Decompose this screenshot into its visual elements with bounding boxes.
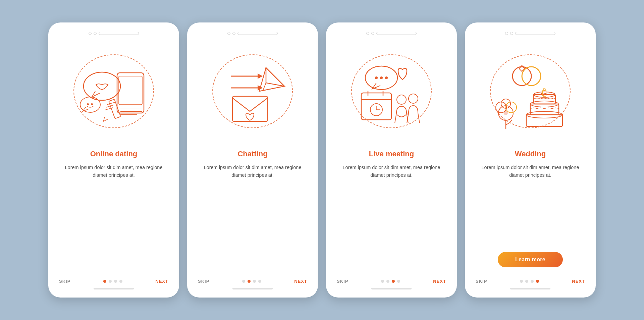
- top-dot-3: [227, 32, 230, 35]
- dot-3: [114, 280, 117, 283]
- top-dot-2: [94, 32, 97, 35]
- dot-11-active: [392, 280, 395, 283]
- top-dot-1: [89, 32, 92, 35]
- card-title-online-dating: Online dating: [90, 150, 138, 158]
- card-body-live-meeting: Lorem ipsum dolor sit dim amet, mea regi…: [337, 164, 446, 179]
- dot-8: [258, 280, 261, 283]
- next-button-4[interactable]: NEXT: [572, 279, 585, 284]
- card-title-live-meeting: Live meeting: [369, 150, 414, 158]
- dot-12: [397, 280, 400, 283]
- top-line: [99, 32, 139, 35]
- card-title-wedding: Wedding: [515, 150, 546, 158]
- skip-button-3[interactable]: SKIP: [337, 279, 348, 284]
- bottom-line-1: [94, 288, 134, 289]
- card-wedding: Wedding Lorem ipsum dolor sit dim amet, …: [465, 22, 596, 298]
- top-line-2: [237, 32, 278, 35]
- bottom-nav-4: SKIP NEXT: [476, 279, 585, 284]
- top-bar-3: [337, 32, 446, 35]
- card-body-wedding: Lorem ipsum dolor sit dim amet, mea regi…: [476, 164, 585, 179]
- dots-row-4: [520, 280, 539, 283]
- bottom-line-2: [232, 288, 273, 289]
- skip-button-2[interactable]: SKIP: [198, 279, 209, 284]
- dot-5: [242, 280, 245, 283]
- dot-10: [386, 280, 389, 283]
- next-button-2[interactable]: NEXT: [294, 279, 307, 284]
- dots-row-2: [242, 280, 261, 283]
- learn-more-button[interactable]: Learn more: [498, 252, 563, 267]
- top-dot-5: [366, 32, 369, 35]
- cards-container: Online dating Lorem ipsum dolor sit dim …: [35, 9, 609, 311]
- dots-row-1: [103, 280, 122, 283]
- top-bar: [59, 32, 168, 35]
- illustration-wedding: [480, 41, 581, 142]
- illustration-online-dating: [63, 41, 164, 142]
- bottom-nav-1: SKIP NEXT: [59, 279, 168, 284]
- top-line-3: [376, 32, 417, 35]
- dot-15: [531, 280, 534, 283]
- top-dot-8: [510, 32, 513, 35]
- top-dot-6: [371, 32, 374, 35]
- dot-6-active: [248, 280, 251, 283]
- top-bar-2: [198, 32, 307, 35]
- top-bar-4: [476, 32, 585, 35]
- card-title-chatting: Chatting: [237, 150, 267, 158]
- bottom-nav-2: SKIP NEXT: [198, 279, 307, 284]
- bottom-line-4: [510, 288, 550, 289]
- skip-button-1[interactable]: SKIP: [59, 279, 70, 284]
- dot-4: [119, 280, 122, 283]
- card-chatting: Chatting Lorem ipsum dolor sit dim amet,…: [187, 22, 318, 298]
- card-live-meeting: Live meeting Lorem ipsum dolor sit dim a…: [326, 22, 457, 298]
- card-body-online-dating: Lorem ipsum dolor sit dim amet, mea regi…: [59, 164, 168, 179]
- dot-9: [381, 280, 384, 283]
- dot-7: [253, 280, 256, 283]
- skip-button-4[interactable]: SKIP: [476, 279, 487, 284]
- card-online-dating: Online dating Lorem ipsum dolor sit dim …: [48, 22, 179, 298]
- top-dot-7: [505, 32, 508, 35]
- next-button-1[interactable]: NEXT: [155, 279, 168, 284]
- dots-row-3: [381, 280, 400, 283]
- dashed-circle: [73, 54, 154, 128]
- dot-16-active: [536, 280, 539, 283]
- dot-13: [520, 280, 523, 283]
- dashed-circle-2: [212, 54, 293, 128]
- bottom-nav-3: SKIP NEXT: [337, 279, 446, 284]
- bottom-line-3: [371, 288, 412, 289]
- illustration-live-meeting: [341, 41, 442, 142]
- card-body-chatting: Lorem ipsum dolor sit dim amet, mea regi…: [198, 164, 307, 179]
- top-dot-4: [232, 32, 235, 35]
- illustration-chatting: [202, 41, 303, 142]
- dot-2: [109, 280, 112, 283]
- top-line-4: [515, 32, 555, 35]
- dot-14: [525, 280, 528, 283]
- next-button-3[interactable]: NEXT: [433, 279, 446, 284]
- dot-1-active: [103, 280, 106, 283]
- dashed-circle-4: [490, 54, 571, 128]
- dashed-circle-3: [351, 54, 432, 128]
